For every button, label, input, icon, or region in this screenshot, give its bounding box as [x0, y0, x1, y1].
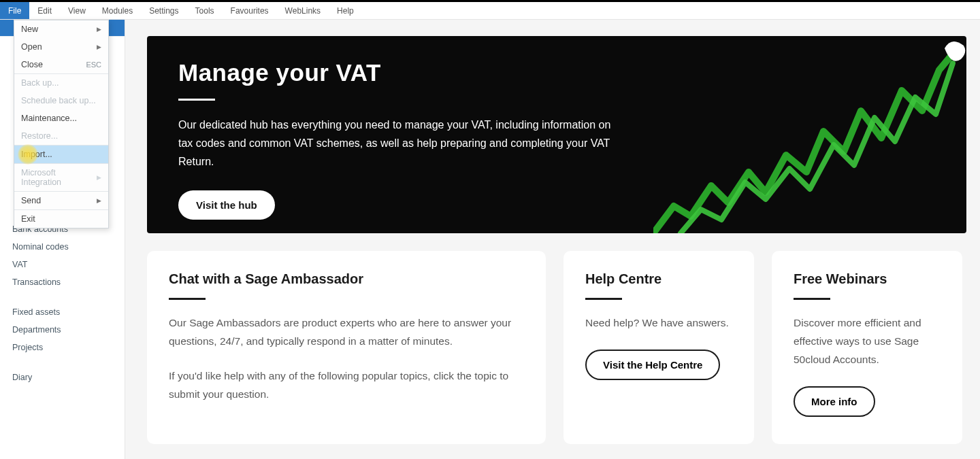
more-info-button[interactable]: More info	[794, 386, 875, 417]
menu-favourites[interactable]: Favourites	[223, 2, 277, 19]
file-menu-back-up: Back up...	[14, 74, 108, 92]
file-menu-maintenance[interactable]: Maintenance...	[14, 109, 108, 127]
file-menu-dropdown: New▶Open▶CloseESCBack up...Schedule back…	[14, 20, 109, 228]
menu-help[interactable]: Help	[329, 2, 362, 19]
hero-body: Our dedicated hub has everything you nee…	[178, 116, 614, 171]
sidebar-item-transactions[interactable]: Transactions	[0, 273, 125, 291]
file-menu-open[interactable]: Open▶	[14, 38, 108, 56]
file-menu-close[interactable]: CloseESC	[14, 56, 108, 73]
chevron-right-icon: ▶	[97, 44, 101, 50]
file-menu-microsoft-integration: Microsoft Integration▶	[14, 164, 108, 191]
visit-help-centre-button[interactable]: Visit the Help Centre	[585, 350, 720, 380]
hero-underline	[178, 99, 215, 101]
menu-edit[interactable]: Edit	[29, 2, 60, 19]
card-help-title: Help Centre	[585, 271, 732, 287]
hero-banner: Manage your VAT Our dedicated hub has ev…	[147, 36, 966, 233]
card-chat-p2: If you'd like help with any of the follo…	[169, 367, 524, 403]
file-menu-schedule-back-up: Schedule back up...	[14, 92, 108, 109]
card-help: Help Centre Need help? We have answers. …	[564, 251, 754, 444]
file-menu-new[interactable]: New▶	[14, 20, 108, 38]
sidebar-item-departments[interactable]: Departments	[0, 321, 125, 339]
sidebar-item-vat[interactable]: VAT	[0, 256, 125, 273]
card-webinars-body: Discover more efficient and effective wa…	[794, 313, 941, 369]
sidebar-item-nominal-codes[interactable]: Nominal codes	[0, 238, 125, 256]
card-chat-title: Chat with a Sage Ambassador	[169, 271, 524, 287]
file-menu-import[interactable]: Import...	[14, 146, 108, 163]
menu-settings[interactable]: Settings	[141, 2, 186, 19]
menu-view[interactable]: View	[60, 2, 94, 19]
hero-chart-illustration	[653, 36, 966, 233]
card-chat-p1: Our Sage Ambassadors are product experts…	[169, 313, 524, 350]
sidebar-item-diary[interactable]: Diary	[0, 369, 125, 386]
sidebar-item-projects[interactable]: Projects	[0, 339, 125, 356]
card-chat: Chat with a Sage Ambassador Our Sage Amb…	[147, 251, 546, 444]
menu-weblinks[interactable]: WebLinks	[277, 2, 329, 19]
menubar: FileEditViewModulesSettingsToolsFavourit…	[0, 2, 980, 20]
card-help-body: Need help? We have answers.	[585, 313, 732, 332]
file-menu-restore: Restore...	[14, 127, 108, 145]
chevron-right-icon: ▶	[97, 26, 101, 33]
visit-hub-button[interactable]: Visit the hub	[178, 190, 275, 220]
menu-modules[interactable]: Modules	[94, 2, 141, 19]
sidebar-item-fixed-assets[interactable]: Fixed assets	[0, 303, 125, 321]
chevron-right-icon: ▶	[97, 174, 101, 181]
chevron-right-icon: ▶	[97, 197, 101, 204]
file-menu-send[interactable]: Send▶	[14, 192, 108, 209]
card-webinars-title: Free Webinars	[794, 271, 941, 287]
content-area: Manage your VAT Our dedicated hub has ev…	[125, 20, 980, 459]
menu-file[interactable]: File	[0, 2, 29, 19]
card-webinars: Free Webinars Discover more efficient an…	[772, 251, 962, 444]
menu-tools[interactable]: Tools	[187, 2, 223, 19]
file-menu-exit[interactable]: Exit	[14, 210, 108, 228]
